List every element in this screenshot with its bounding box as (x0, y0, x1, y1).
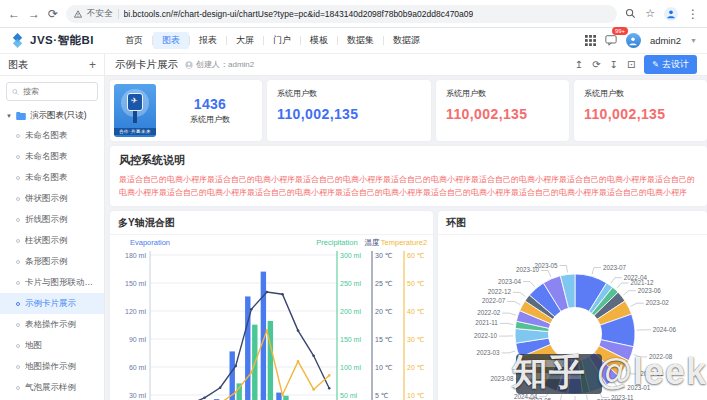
browser-profile-avatar[interactable] (664, 7, 678, 21)
brand-name: JVS·智能BI (30, 33, 94, 48)
fullscreen-icon[interactable]: ⊡ (627, 59, 635, 70)
sidebar-item[interactable]: 示例卡片展示 (0, 293, 104, 314)
sidebar-item-label: 地图 (25, 340, 42, 352)
apps-grid-icon[interactable] (585, 35, 596, 46)
sidebar-item[interactable]: 未命名图表 (0, 125, 104, 146)
svg-text:2023-02: 2023-02 (646, 299, 670, 306)
stat-card-image[interactable]: 合作·共赢未来 1436 系统用户数 (110, 80, 262, 141)
stat-card-3-value: 110,002,135 (446, 106, 559, 122)
nav-item-4[interactable]: 大屏 (227, 32, 263, 49)
stat-card-3[interactable]: 系统用户数 110,002,135 (436, 80, 569, 141)
item-bullet-icon (16, 176, 20, 180)
svg-text:40 ℃: 40 ℃ (407, 308, 425, 315)
svg-text:150 ml: 150 ml (340, 336, 361, 343)
folder-label: 演示图表(只读) (30, 110, 87, 122)
sidebar-item[interactable]: 地图操作示例 (0, 356, 104, 377)
go-design-label: 去设计 (662, 58, 689, 71)
creator-avatar-icon (185, 61, 193, 69)
message-count-badge: 99+ (612, 27, 628, 36)
nav-item-7[interactable]: 数据集 (338, 32, 383, 49)
item-bullet-icon (16, 281, 20, 285)
search-zoom-icon[interactable] (625, 8, 636, 19)
donut-chart-title: 环图 (438, 211, 707, 235)
item-bullet-icon (16, 197, 20, 201)
svg-text:2022-12: 2022-12 (488, 288, 512, 295)
sidebar-item-label: 地图操作示例 (25, 361, 76, 373)
search-input[interactable] (23, 87, 92, 96)
sidebar-folder[interactable]: ▼ 演示图表(只读) (0, 107, 104, 125)
sidebar-search[interactable] (6, 82, 98, 101)
edit-icon: ✎ (652, 60, 659, 69)
svg-text:2022-07: 2022-07 (482, 297, 506, 304)
nav-menu: 首页图表报表大屏门户模板数据集数据源 (116, 32, 585, 49)
reload-icon[interactable]: ⟳ (48, 8, 58, 20)
bookmark-star-icon[interactable]: ☆ (645, 8, 655, 19)
item-bullet-icon (16, 323, 20, 327)
stat-card-2[interactable]: 系统用户数 110,002,135 (267, 80, 431, 141)
url-text: bi.bctools.cn/#/chart-design-ui/chartUse… (124, 9, 474, 19)
sign-shape (127, 93, 143, 111)
user-chevron-down-icon[interactable]: ▼ (690, 37, 697, 44)
brand[interactable]: JVS·智能BI (10, 33, 94, 48)
address-bar[interactable]: 不安全 bi.bctools.cn/#/chart-design-ui/char… (66, 5, 617, 23)
go-design-button[interactable]: ✎ 去设计 (644, 55, 697, 74)
folder-icon (16, 112, 26, 120)
sidebar-item-label: 条形图示例 (25, 256, 68, 268)
sidebar-item[interactable]: 柱状图示例 (0, 230, 104, 251)
svg-text:2022-08: 2022-08 (649, 353, 673, 360)
sidebar-item-label: 饼状图示例 (25, 193, 68, 205)
sidebar-item[interactable]: 地图 (0, 335, 104, 356)
item-bullet-icon (16, 365, 20, 369)
stat-card-1-value: 1436 (162, 96, 258, 112)
screen: ← → ⟳ 不安全 bi.bctools.cn/#/chart-design-u… (0, 0, 707, 400)
sidebar-item[interactable]: 表格操作示例 (0, 314, 104, 335)
creator-label: 创建人：admin2 (196, 59, 254, 70)
messages-button[interactable]: 99+ (605, 32, 617, 50)
signpost-shape (133, 111, 137, 123)
svg-text:2023-04: 2023-04 (498, 278, 522, 285)
svg-text:30 ℃: 30 ℃ (407, 336, 425, 343)
svg-text:90 ml: 90 ml (129, 336, 147, 343)
sidebar-item[interactable]: 未命名图表 (0, 167, 104, 188)
forward-icon[interactable]: → (28, 8, 40, 20)
nav-item-8[interactable]: 数据源 (384, 32, 429, 49)
sidebar-item[interactable]: 饼状图示例 (0, 188, 104, 209)
sidebar-item[interactable]: 未命名图表 (0, 146, 104, 167)
nav-item-3[interactable]: 报表 (190, 32, 226, 49)
export-icon[interactable]: ↥ (575, 59, 583, 70)
svg-text:Temperature2: Temperature2 (381, 238, 427, 247)
nav-item-5[interactable]: 门户 (264, 32, 300, 49)
nav-item-6[interactable]: 模板 (301, 32, 337, 49)
multi-axis-chart[interactable]: Evaporation180 ml150 ml120 ml90 ml60 ml3… (110, 235, 433, 400)
username[interactable]: admin2 (650, 35, 681, 46)
multi-axis-chart-body: Evaporation180 ml150 ml120 ml90 ml60 ml3… (110, 235, 433, 400)
stat-card-4[interactable]: 系统用户数 110,002,135 (574, 80, 707, 141)
svg-text:120 ml: 120 ml (125, 308, 146, 315)
svg-text:2022-10: 2022-10 (474, 332, 498, 339)
sidebar-item[interactable]: 条形图示例 (0, 251, 104, 272)
svg-text:2023-07: 2023-07 (603, 264, 627, 271)
message-icon (605, 34, 617, 46)
sidebar-item[interactable]: 气泡展示样例 (0, 377, 104, 398)
svg-text:50 ml: 50 ml (340, 392, 358, 399)
stat-card-4-value: 110,002,135 (584, 106, 697, 122)
tooltip-line (523, 360, 565, 367)
svg-text:100 ml: 100 ml (340, 364, 361, 371)
user-avatar[interactable] (626, 33, 641, 48)
nav-item-2[interactable]: 图表 (153, 32, 189, 49)
download-icon[interactable]: ↧ (610, 59, 618, 70)
svg-text:2023-06: 2023-06 (638, 287, 662, 294)
svg-text:2023-05: 2023-05 (534, 262, 558, 269)
nav-item-1[interactable]: 首页 (116, 32, 152, 49)
sidebar-panel-title: 图表 (8, 58, 28, 72)
back-icon[interactable]: ← (8, 8, 20, 20)
browser-menu-icon[interactable]: ⋮ (687, 8, 699, 20)
svg-text:2022-02: 2022-02 (477, 309, 501, 316)
sidebar-item[interactable]: 卡片与图形联动示例 (0, 272, 104, 293)
svg-text:2023-08: 2023-08 (490, 375, 514, 382)
refresh-icon[interactable]: ⟳ (592, 59, 600, 70)
add-chart-button[interactable]: + (89, 58, 96, 72)
stat-card-4-label: 系统用户数 (584, 88, 697, 99)
svg-text:25 ℃: 25 ℃ (375, 280, 393, 287)
sidebar-item[interactable]: 折线图示例 (0, 209, 104, 230)
